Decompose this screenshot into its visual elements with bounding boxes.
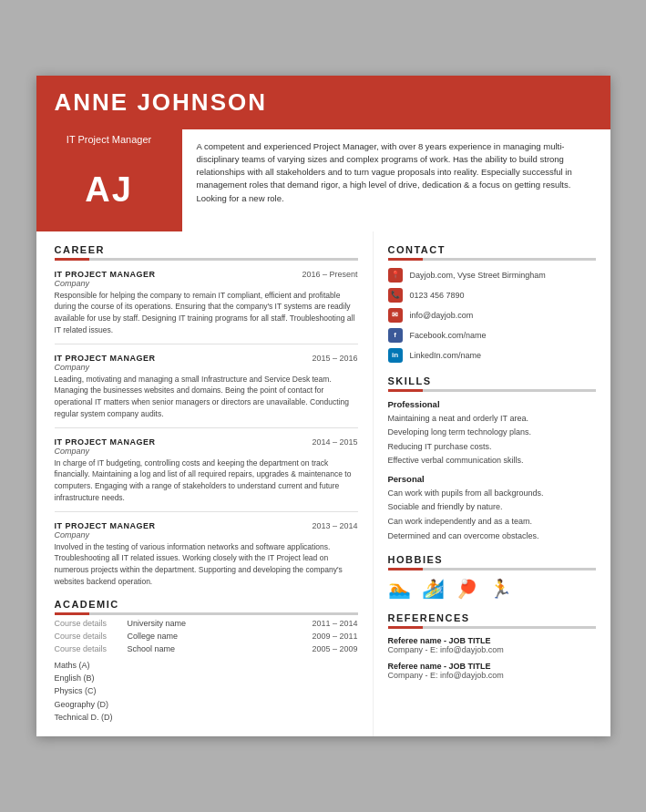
avatar-box: AJ <box>36 149 182 231</box>
skill-item: Can work independently and as a team. <box>388 516 596 528</box>
hobbies-list: 🏊🏄🏓🏃 <box>388 578 596 600</box>
course-label: Course details <box>55 644 128 653</box>
career-title: IT PROJECT MANAGER <box>55 354 156 363</box>
career-company: Company <box>55 530 358 540</box>
reference-name: Referee name - JOB TITLE <box>388 636 596 645</box>
job-title-bar: IT Project Manager <box>36 129 182 149</box>
avatar-initials: AJ <box>85 170 133 210</box>
skill-item: Can work with pupils from all background… <box>388 488 596 499</box>
contact-text: Facebook.com/name <box>410 331 487 340</box>
course-year: 2005 – 2009 <box>312 644 357 653</box>
left-avatar-col: IT Project Manager AJ <box>36 129 182 231</box>
career-company: Company <box>55 447 358 456</box>
career-title: IT PROJECT MANAGER <box>55 270 156 279</box>
academic-row: Course details College name 2009 – 2011 <box>55 632 358 641</box>
main-left: CAREER IT PROJECT MANAGER 2016 – Present… <box>36 231 374 737</box>
career-desc: Responsible for helping the company to r… <box>55 290 358 336</box>
qualification-item: English (B) <box>55 672 358 684</box>
course-place: College name <box>128 632 313 641</box>
contact-list: 📍 Dayjob.com, Vyse Street Birmingham 📞 0… <box>388 268 596 363</box>
hobby-icon: 🏃 <box>489 578 512 600</box>
career-dates: 2014 – 2015 <box>312 437 357 447</box>
summary-col: A competent and experienced Project Mana… <box>182 129 610 231</box>
references-heading: REFERENCES <box>388 612 596 629</box>
contact-item: 📞 0123 456 7890 <box>388 288 596 303</box>
skill-item: Determined and can overcome obstacles. <box>388 530 596 542</box>
header: ANNE JOHNSON <box>36 76 610 129</box>
contact-text: LinkedIn.com/name <box>410 351 482 360</box>
career-company: Company <box>55 279 358 288</box>
job-title-text: IT Project Manager <box>67 134 151 145</box>
career-dates: 2016 – Present <box>302 270 357 279</box>
hobbies-heading: HOBBIES <box>388 554 596 570</box>
career-heading: CAREER <box>55 244 358 261</box>
skill-item: Developing long term technology plans. <box>388 427 596 438</box>
skills-personal-list: Can work with pupils from all background… <box>388 488 596 541</box>
contact-item: 📍 Dayjob.com, Vyse Street Birmingham <box>388 268 596 283</box>
body: CAREER IT PROJECT MANAGER 2016 – Present… <box>36 231 610 737</box>
course-place: University name <box>128 619 313 628</box>
career-dates: 2013 – 2014 <box>312 521 357 530</box>
reference-detail: Company - E: info@dayjob.com <box>388 645 596 654</box>
career-entry: IT PROJECT MANAGER 2013 – 2014 Company I… <box>55 521 358 588</box>
contact-text: info@dayjob.com <box>410 311 474 320</box>
qualification-item: Physics (C) <box>55 684 358 697</box>
contact-item: f Facebook.com/name <box>388 328 596 343</box>
career-title: IT PROJECT MANAGER <box>55 437 156 447</box>
contact-heading: CONTACT <box>388 244 596 261</box>
academic-heading: ACADEMIC <box>55 599 358 615</box>
reference-detail: Company - E: info@dayjob.com <box>388 671 596 680</box>
academic-courses: Course details University name 2011 – 20… <box>55 619 358 653</box>
course-label: Course details <box>55 632 128 641</box>
hobby-icon: 🏄 <box>422 578 445 600</box>
career-desc: Involved in the testing of various infor… <box>55 541 358 588</box>
references-list: Referee name - JOB TITLE Company - E: in… <box>388 636 596 680</box>
skill-item: Reducing IT purchase costs. <box>388 441 596 453</box>
reference-entry: Referee name - JOB TITLE Company - E: in… <box>388 636 596 654</box>
academic-row: Course details School name 2005 – 2009 <box>55 644 358 653</box>
contact-item: ✉ info@dayjob.com <box>388 308 596 323</box>
location-icon: 📍 <box>388 268 403 283</box>
course-year: 2009 – 2011 <box>312 632 357 641</box>
reference-entry: Referee name - JOB TITLE Company - E: in… <box>388 662 596 680</box>
career-entry: IT PROJECT MANAGER 2015 – 2016 Company L… <box>55 354 358 420</box>
skill-item: Effective verbal communication skills. <box>388 455 596 467</box>
qualification-item: Maths (A) <box>55 659 358 672</box>
academic-row: Course details University name 2011 – 20… <box>55 619 358 628</box>
phone-icon: 📞 <box>388 288 403 303</box>
reference-name: Referee name - JOB TITLE <box>388 662 596 671</box>
qualification-item: Geography (D) <box>55 698 358 711</box>
qualifications-list: Maths (A)English (B)Physics (C)Geography… <box>55 659 358 725</box>
summary-text: A competent and experienced Project Mana… <box>197 140 596 205</box>
course-place: School name <box>128 644 313 653</box>
skills-professional-label: Professional <box>388 399 596 409</box>
resume-page: ANNE JOHNSON IT Project Manager AJ A com… <box>36 76 610 737</box>
qualification-item: Technical D. (D) <box>55 711 358 724</box>
career-desc: In charge of IT budgeting, controlling c… <box>55 457 358 504</box>
facebook-icon: f <box>388 328 403 343</box>
skills-professional-list: Maintaining a neat and orderly IT area.D… <box>388 413 596 467</box>
email-icon: ✉ <box>388 308 403 323</box>
skill-item: Sociable and friendly by nature. <box>388 501 596 513</box>
career-desc: Leading, motivating and managing a small… <box>55 374 358 420</box>
skills-personal-label: Personal <box>388 474 596 484</box>
career-dates: 2015 – 2016 <box>312 354 357 363</box>
contact-text: Dayjob.com, Vyse Street Birmingham <box>410 271 546 280</box>
candidate-name: ANNE JOHNSON <box>55 88 592 117</box>
career-entry: IT PROJECT MANAGER 2016 – Present Compan… <box>55 270 358 336</box>
course-label: Course details <box>55 619 128 628</box>
course-year: 2011 – 2014 <box>312 619 357 628</box>
career-title: IT PROJECT MANAGER <box>55 521 156 530</box>
main-right: CONTACT 📍 Dayjob.com, Vyse Street Birmin… <box>374 231 610 737</box>
contact-text: 0123 456 7890 <box>410 291 465 300</box>
linkedin-icon: in <box>388 348 403 363</box>
hobby-icon: 🏊 <box>388 578 411 600</box>
sub-header: IT Project Manager AJ A competent and ex… <box>36 129 610 231</box>
skills-heading: SKILLS <box>388 375 596 392</box>
career-entry: IT PROJECT MANAGER 2014 – 2015 Company I… <box>55 437 358 504</box>
hobby-icon: 🏓 <box>456 578 478 600</box>
career-list: IT PROJECT MANAGER 2016 – Present Compan… <box>55 270 358 588</box>
career-company: Company <box>55 363 358 372</box>
skill-item: Maintaining a neat and orderly IT area. <box>388 413 596 425</box>
contact-item: in LinkedIn.com/name <box>388 348 596 363</box>
